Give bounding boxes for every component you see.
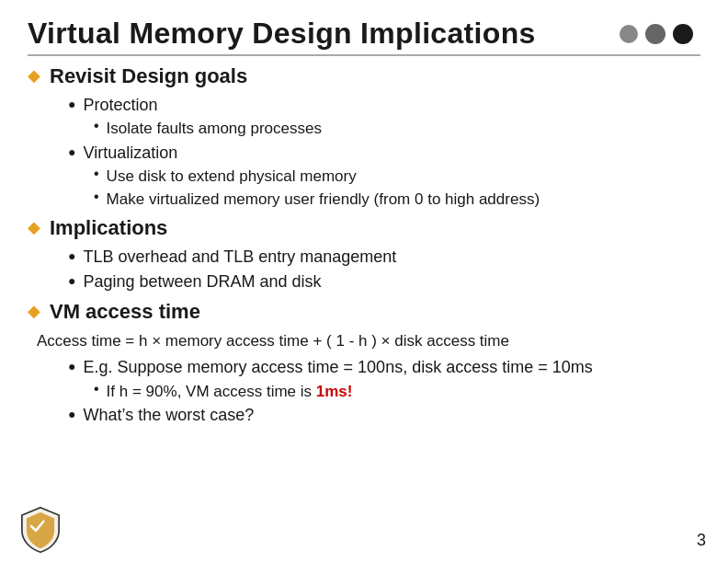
bullet-worst: ● What’s the worst case? (68, 404, 700, 427)
slide-title: Virtual Memory Design Implications (28, 17, 536, 51)
dot-1 (620, 25, 638, 43)
dot-2 (645, 24, 665, 44)
bullet-dot-3: • (94, 189, 99, 205)
section-implications: ◆ Implications (28, 215, 700, 242)
access-formula: Access time = h × memory access time + (… (37, 329, 700, 353)
section-vm-access: ◆ VM access time (28, 299, 700, 326)
paging-label: Paging between DRAM and disk (83, 270, 321, 293)
bullet-circle-2: ● (68, 144, 75, 159)
bullet-circle-6: ● (68, 407, 75, 421)
bullet-dot-1: • (94, 118, 99, 134)
bullet-diamond-1: ◆ (28, 65, 40, 86)
content: ◆ Revisit Design goals ● Protection • Is… (28, 63, 700, 428)
bullet-dot-2: • (94, 166, 99, 182)
logo-shield-svg (17, 506, 64, 554)
page-number: 3 (697, 531, 706, 550)
bullet-use-disk: • Use disk to extend physical memory (94, 166, 700, 188)
tlb-label: TLB overhead and TLB entry management (83, 246, 396, 269)
header-row: Virtual Memory Design Implications (28, 17, 700, 51)
worst-label: What’s the worst case? (83, 404, 254, 427)
section-revisit-label: Revisit Design goals (50, 63, 247, 90)
bullet-eg: ● E.g. Suppose memory access time = 100n… (68, 356, 700, 379)
bullet-circle-3: ● (68, 248, 75, 263)
slide: Virtual Memory Design Implications ◆ Rev… (0, 0, 728, 563)
bullet-diamond-3: ◆ (28, 301, 40, 321)
bullet-make-virtual: • Make virtualized memory user friendly … (94, 189, 700, 211)
red-highlight: 1ms! (316, 383, 353, 400)
bullet-dot-4: • (94, 381, 99, 397)
isolate-label: Isolate faults among processes (107, 118, 322, 140)
section-revisit: ◆ Revisit Design goals (28, 63, 700, 90)
make-virtual-label: Make virtualized memory user friendly (f… (107, 189, 540, 211)
bullet-paging: ● Paging between DRAM and disk (68, 270, 700, 293)
virtualization-label: Virtualization (83, 142, 177, 165)
bullet-circle-1: ● (68, 97, 75, 111)
implications-label: Implications (50, 215, 167, 242)
bullet-protection: ● Protection (68, 94, 700, 117)
bullet-90percent: • If h = 90%, VM access time is 1ms! (94, 381, 700, 403)
bullet-tlb: ● TLB overhead and TLB entry management (68, 246, 700, 269)
dot-3 (673, 24, 693, 44)
bullet-isolate: • Isolate faults among processes (94, 118, 700, 140)
protection-label: Protection (83, 94, 157, 117)
header-dots (620, 24, 693, 44)
vm-access-label: VM access time (50, 299, 200, 326)
divider (28, 54, 700, 56)
bullet-diamond-2: ◆ (28, 217, 40, 237)
bullet-virtualization: ● Virtualization (68, 142, 700, 165)
eg-label: E.g. Suppose memory access time = 100ns,… (83, 356, 592, 379)
bullet-circle-5: ● (68, 359, 75, 373)
bullet-circle-4: ● (68, 273, 75, 288)
use-disk-label: Use disk to extend physical memory (107, 166, 357, 188)
logo (17, 506, 64, 554)
90percent-label: If h = 90%, VM access time is 1ms! (107, 381, 353, 403)
